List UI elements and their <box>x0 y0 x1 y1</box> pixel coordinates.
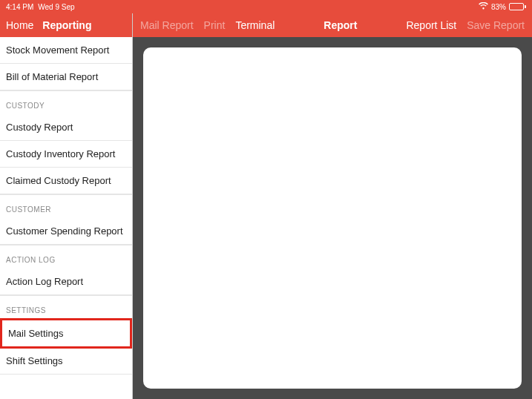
section-header-action-log: ACTION LOG <box>0 245 132 268</box>
wifi-icon <box>479 2 488 11</box>
terminal-button[interactable]: Terminal <box>235 19 275 31</box>
report-panel <box>143 47 522 389</box>
home-button[interactable]: Home <box>6 19 33 31</box>
report-list-button[interactable]: Report List <box>406 19 456 31</box>
main-header: Mail Report Print Terminal Report Report… <box>133 13 532 37</box>
sidebar-item-customer-spending[interactable]: Customer Spending Report <box>0 218 132 245</box>
battery-icon <box>509 3 526 10</box>
sidebar-header: Home Reporting <box>0 13 132 37</box>
sidebar-item-shift-settings[interactable]: Shift Settings <box>0 348 132 375</box>
status-date: Wed 9 Sep <box>38 3 74 11</box>
battery-percentage: 83% <box>491 3 506 11</box>
print-button[interactable]: Print <box>204 19 226 31</box>
sidebar-item-custody-report[interactable]: Custody Report <box>0 114 132 141</box>
sidebar-item-bill-of-material[interactable]: Bill of Material Report <box>0 64 132 90</box>
sidebar-item-mail-settings[interactable]: Mail Settings <box>0 318 132 349</box>
status-time: 4:14 PM <box>6 3 33 11</box>
status-bar: 4:14 PM Wed 9 Sep 83% <box>0 0 532 13</box>
mail-report-button[interactable]: Mail Report <box>140 19 194 31</box>
save-report-button[interactable]: Save Report <box>467 19 525 31</box>
section-header-settings: SETTINGS <box>0 295 132 319</box>
section-header-custody: CUSTODY <box>0 90 132 114</box>
sidebar-item-action-log[interactable]: Action Log Report <box>0 268 132 295</box>
sidebar-item-stock-movement[interactable]: Stock Movement Report <box>0 37 132 64</box>
sidebar-list: Stock Movement Report Bill of Material R… <box>0 37 132 399</box>
sidebar-item-custody-inventory[interactable]: Custody Inventory Report <box>0 141 132 168</box>
sidebar: Home Reporting Stock Movement Report Bil… <box>0 13 133 399</box>
sidebar-item-claimed-custody[interactable]: Claimed Custody Report <box>0 168 132 194</box>
content-area <box>133 37 532 399</box>
sidebar-title: Reporting <box>42 19 91 31</box>
main-area: Mail Report Print Terminal Report Report… <box>133 13 532 399</box>
page-title: Report <box>275 19 406 31</box>
section-header-customer: CUSTOMER <box>0 194 132 218</box>
